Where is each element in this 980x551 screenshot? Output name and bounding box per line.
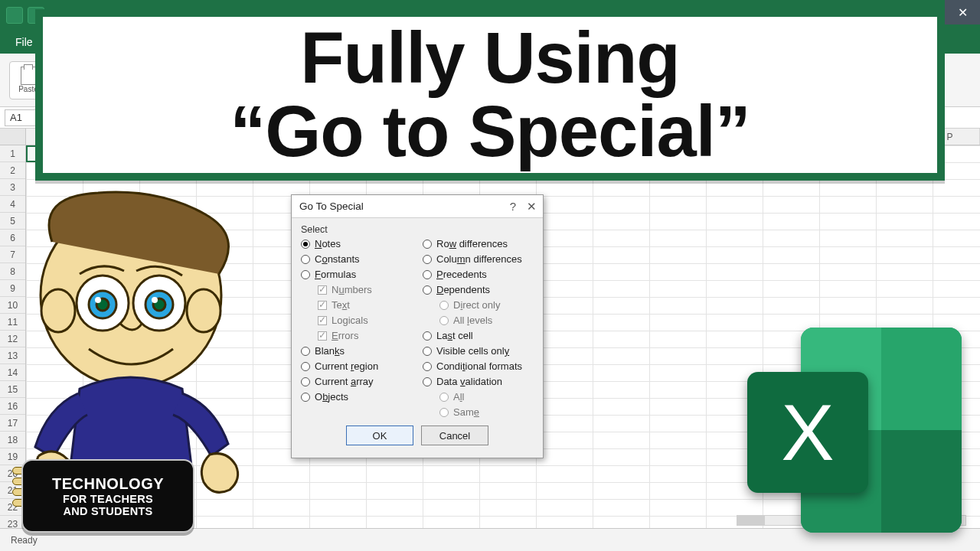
sign-line-1: TECHNOLOGY: [52, 475, 164, 493]
radio-icon: [439, 408, 449, 417]
opt-constants[interactable]: Constants: [301, 253, 412, 265]
checkbox-icon: [318, 285, 327, 295]
opt-current-array[interactable]: Current array: [301, 376, 412, 387]
cancel-button[interactable]: Cancel: [421, 425, 488, 445]
dialog-title: Go To Special: [299, 201, 364, 212]
opt-data-validation[interactable]: Data validation: [423, 376, 534, 387]
opt-notes[interactable]: Notes: [301, 238, 412, 249]
opt-all: All: [423, 391, 534, 403]
svg-point-2: [187, 289, 220, 332]
excel-letter: X: [781, 387, 834, 478]
row-header[interactable]: 2: [0, 162, 25, 179]
opt-visible-cells[interactable]: Visible cells only: [423, 345, 534, 357]
opt-dependents[interactable]: Dependents: [423, 284, 534, 295]
dialog-close-icon[interactable]: ✕: [527, 200, 537, 214]
select-all-corner[interactable]: [0, 129, 25, 145]
radio-icon: [301, 377, 310, 386]
radio-icon: [423, 362, 432, 371]
opt-conditional-formats[interactable]: Conditional formats: [423, 360, 534, 372]
qat-save-icon[interactable]: [6, 7, 23, 24]
radio-icon: [439, 316, 449, 325]
opt-direct-only: Direct only: [423, 299, 534, 311]
opt-precedents[interactable]: Precedents: [423, 269, 534, 280]
thumbnail-title-card: Fully Using “Go to Special”: [35, 9, 945, 181]
opt-same: Same: [423, 406, 534, 418]
opt-numbers: Numbers: [301, 284, 412, 295]
dialog-help-icon[interactable]: ?: [510, 200, 516, 214]
title-line-1: Fully Using: [300, 21, 680, 95]
radio-icon: [423, 255, 432, 264]
go-to-special-dialog: Go To Special ? ✕ Select Notes Constants…: [291, 194, 544, 458]
radio-icon: [301, 240, 310, 249]
title-line-2: “Go to Special”: [230, 95, 750, 168]
clipboard-icon: [21, 67, 36, 85]
opt-column-differences[interactable]: Column differences: [423, 253, 534, 265]
svg-point-9: [95, 297, 101, 303]
excel-badge-icon: X: [747, 372, 868, 493]
dialog-section-label: Select: [301, 224, 534, 235]
radio-icon: [301, 347, 310, 356]
ok-button[interactable]: OK: [346, 425, 413, 445]
radio-icon: [423, 240, 432, 249]
radio-icon: [439, 393, 449, 402]
checkbox-icon: [318, 331, 327, 341]
channel-sign: TECHNOLOGY FOR TEACHERS AND STUDENTS: [21, 459, 194, 533]
svg-point-10: [152, 297, 158, 303]
radio-icon: [301, 270, 310, 279]
opt-objects[interactable]: Objects: [301, 391, 412, 403]
row-header[interactable]: 1: [0, 145, 25, 162]
radio-icon: [423, 377, 432, 386]
window-close-button[interactable]: ✕: [945, 0, 980, 24]
opt-errors: Errors: [301, 330, 412, 341]
dialog-title-bar[interactable]: Go To Special ? ✕: [292, 195, 543, 218]
radio-icon: [301, 393, 310, 402]
radio-icon: [439, 301, 449, 310]
opt-last-cell[interactable]: Last cell: [423, 330, 534, 341]
opt-logicals: Logicals: [301, 315, 412, 326]
sign-line-3: AND STUDENTS: [63, 505, 152, 517]
sign-line-2: FOR TEACHERS: [63, 493, 153, 505]
excel-logo: X: [747, 323, 962, 537]
opt-formulas[interactable]: Formulas: [301, 269, 412, 280]
radio-icon: [423, 270, 432, 279]
opt-current-region[interactable]: Current region: [301, 360, 412, 372]
radio-icon: [423, 331, 432, 341]
radio-icon: [301, 362, 310, 371]
opt-text: Text: [301, 299, 412, 311]
svg-point-1: [41, 289, 75, 332]
opt-all-levels: All levels: [423, 315, 534, 326]
opt-row-differences[interactable]: Row differences: [423, 238, 534, 249]
opt-blanks[interactable]: Blanks: [301, 345, 412, 357]
checkbox-icon: [318, 301, 327, 310]
radio-icon: [301, 255, 310, 264]
checkbox-icon: [318, 316, 327, 325]
radio-icon: [423, 347, 432, 356]
radio-icon: [423, 285, 432, 295]
